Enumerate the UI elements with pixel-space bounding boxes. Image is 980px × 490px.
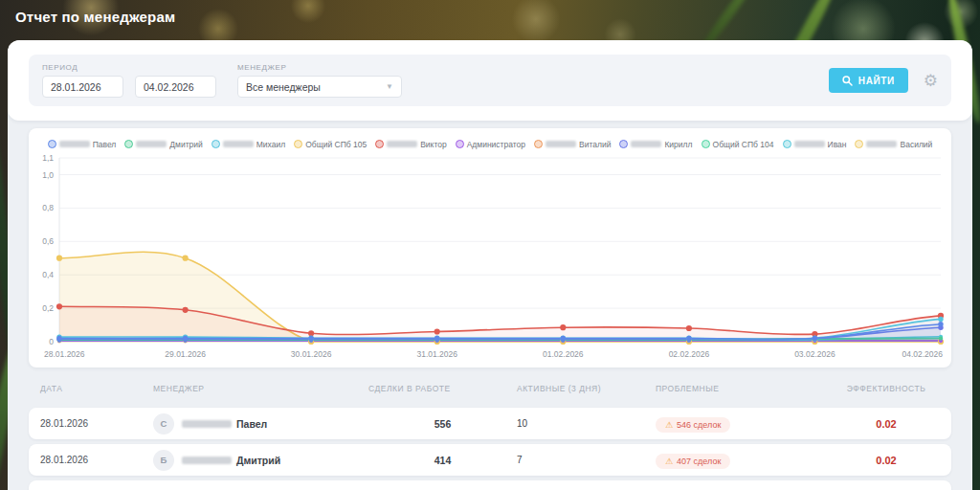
legend-label: Виктор xyxy=(420,140,446,149)
legend-label: Василий xyxy=(900,140,932,149)
svg-text:0,2: 0,2 xyxy=(42,303,54,313)
legend-item[interactable]: Павел xyxy=(48,140,117,149)
legend-item[interactable]: Общий СПб 104 xyxy=(702,140,774,149)
column-header: СДЕЛКИ В РАБОТЕ xyxy=(368,384,517,393)
manager-group: МЕНЕДЖЕР Все менеджеры ▼ xyxy=(237,63,402,98)
legend-swatch-icon xyxy=(375,140,384,148)
cell-active-3d: 7 xyxy=(517,455,656,465)
legend-item[interactable]: Администратор xyxy=(456,140,525,149)
svg-text:30.01.2026: 30.01.2026 xyxy=(291,349,332,359)
cell-date: 28.01.2026 xyxy=(40,418,153,429)
legend-swatch-icon xyxy=(619,140,628,148)
page-title: Отчет по менеджерам xyxy=(15,9,175,25)
legend-item[interactable]: Дмитрий xyxy=(124,140,202,149)
legend-item[interactable]: Михаил xyxy=(212,140,285,149)
cell-efficiency: 0.02 xyxy=(821,418,951,430)
svg-text:1,0: 1,0 xyxy=(42,170,54,180)
manager-label: МЕНЕДЖЕР xyxy=(237,63,402,72)
cell-deals-in-progress: 556 xyxy=(368,418,517,430)
legend-swatch-icon xyxy=(124,140,133,148)
legend-item[interactable]: Кирилл xyxy=(619,140,692,149)
date-from-input[interactable] xyxy=(42,76,123,98)
svg-text:0,8: 0,8 xyxy=(42,203,54,212)
svg-text:1,1: 1,1 xyxy=(42,154,54,163)
cell-manager: СПавел xyxy=(153,413,368,434)
period-label: ПЕРИОД xyxy=(42,63,216,72)
manager-select[interactable]: Все менеджеры ▼ xyxy=(237,76,402,98)
problem-badge: ⚠407 сделок xyxy=(656,454,730,469)
legend-swatch-icon xyxy=(534,140,543,148)
legend-swatch-icon xyxy=(48,140,56,148)
column-header: ДАТА xyxy=(40,384,153,393)
redacted-surname xyxy=(866,141,897,147)
settings-gear-icon[interactable]: ⚙ xyxy=(924,73,938,89)
legend-item[interactable]: Общий СПб 105 xyxy=(294,140,367,149)
cell-deals-in-progress: 414 xyxy=(368,455,517,466)
redacted-surname xyxy=(794,141,825,147)
cell-efficiency: 0.02 xyxy=(821,455,951,466)
redacted-surname xyxy=(223,141,254,147)
legend-item[interactable]: Виталий xyxy=(534,140,611,149)
redacted-surname xyxy=(546,141,576,147)
legend-label: Администратор xyxy=(467,140,525,149)
problem-badge-label: 546 сделок xyxy=(677,420,721,430)
legend-item[interactable]: Виктор xyxy=(375,140,446,149)
cell-manager: БДмитрий xyxy=(153,450,368,471)
svg-text:0,6: 0,6 xyxy=(42,236,54,246)
search-button-label: НАЙТИ xyxy=(858,76,895,86)
filter-panel: ПЕРИОД МЕНЕДЖЕР Все менеджеры ▼ xyxy=(29,55,951,106)
warning-icon: ⚠ xyxy=(665,421,673,430)
legend-swatch-icon xyxy=(783,140,791,148)
column-header: МЕНЕДЖЕР xyxy=(153,384,368,393)
legend-swatch-icon xyxy=(456,140,464,148)
legend-label: Павел xyxy=(93,140,117,149)
svg-text:03.02.2026: 03.02.2026 xyxy=(794,349,835,359)
content-panel: ПЕРИОД МЕНЕДЖЕР Все менеджеры ▼ xyxy=(8,40,972,490)
table-row[interactable]: 28.01.2026БДмитрий4147⚠407 сделок0.02 xyxy=(29,444,951,476)
cell-problem: ⚠546 сделок xyxy=(656,414,821,434)
manager-name: Павел xyxy=(236,418,267,430)
table-body: 28.01.2026СПавел55610⚠546 сделок0.0228.0… xyxy=(29,408,951,490)
svg-text:31.01.2026: 31.01.2026 xyxy=(416,349,457,359)
svg-text:0,4: 0,4 xyxy=(42,270,54,279)
legend-label: Кирилл xyxy=(664,140,692,149)
managers-table: ДАТАМЕНЕДЖЕРСДЕЛКИ В РАБОТЕАКТИВНЫЕ (3 Д… xyxy=(29,377,951,490)
legend-swatch-icon xyxy=(212,140,220,148)
legend-swatch-icon xyxy=(855,140,863,148)
svg-text:0: 0 xyxy=(49,337,54,346)
table-header: ДАТАМЕНЕДЖЕРСДЕЛКИ В РАБОТЕАКТИВНЫЕ (3 Д… xyxy=(29,377,951,400)
table-row[interactable]: 28.01.2026СПавел55610⚠546 сделок0.02 xyxy=(29,408,951,439)
filter-card: ПЕРИОД МЕНЕДЖЕР Все менеджеры ▼ xyxy=(8,40,972,121)
cell-problem: ⚠407 сделок xyxy=(656,451,821,470)
legend-swatch-icon xyxy=(702,140,710,148)
date-to-input[interactable] xyxy=(135,76,216,98)
redacted-surname xyxy=(182,457,232,464)
table-row-partial[interactable] xyxy=(29,480,951,490)
period-group: ПЕРИОД xyxy=(42,63,216,98)
column-header: ПРОБЛЕМНЫЕ xyxy=(656,384,821,393)
problem-badge: ⚠546 сделок xyxy=(656,417,730,433)
manager-select-value: Все менеджеры xyxy=(246,81,321,93)
column-header: ЭФФЕКТИВНОСТЬ xyxy=(821,384,951,393)
legend-item[interactable]: Василий xyxy=(855,140,932,149)
line-chart: 00,20,40,60,81,01,128.01.202629.01.20263… xyxy=(29,154,951,363)
search-icon xyxy=(842,76,853,86)
legend-item[interactable]: Иван xyxy=(783,140,847,149)
redacted-surname xyxy=(182,420,232,428)
chart-card: ПавелДмитрийМихаилОбщий СПб 105ВикторАдм… xyxy=(29,128,951,368)
legend-label: Виталий xyxy=(579,140,611,149)
legend-label: Дмитрий xyxy=(169,140,202,149)
search-button[interactable]: НАЙТИ xyxy=(829,68,908,93)
chart-legend: ПавелДмитрийМихаилОбщий СПб 105ВикторАдм… xyxy=(29,137,951,151)
svg-text:29.01.2026: 29.01.2026 xyxy=(165,349,206,359)
column-header: АКТИВНЫЕ (3 ДНЯ) xyxy=(517,384,656,393)
legend-label: Иван xyxy=(828,140,847,149)
svg-text:02.02.2026: 02.02.2026 xyxy=(669,349,710,359)
manager-name: Дмитрий xyxy=(236,455,280,466)
redacted-surname xyxy=(59,141,90,147)
warning-icon: ⚠ xyxy=(665,457,673,466)
svg-text:28.01.2026: 28.01.2026 xyxy=(44,349,85,359)
cell-date: 28.01.2026 xyxy=(40,455,153,465)
redacted-surname xyxy=(631,141,661,147)
legend-label: Общий СПб 105 xyxy=(305,140,367,149)
